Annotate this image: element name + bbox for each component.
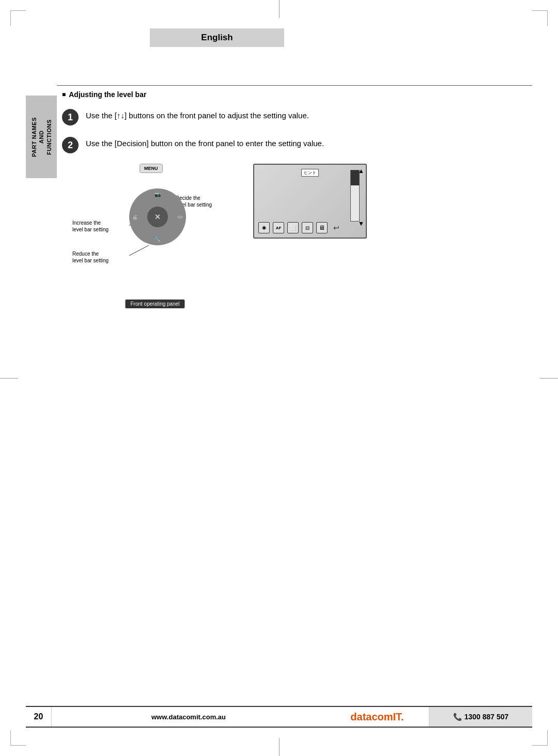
footer-website: www.datacomit.com.au	[52, 713, 326, 721]
svg-line-2	[129, 245, 149, 256]
reduce-label: Reduce the level bar setting	[72, 250, 109, 264]
footer-logo-main: datacom	[350, 711, 393, 722]
front-panel-label: Front operating panel	[125, 300, 184, 308]
level-arrow-down-icon: ▼	[358, 220, 364, 227]
sidebar-tab: PART NAMES AND FUNCTIONS	[26, 96, 57, 178]
diagram-area: MENU Increase the level bar setting Deci…	[72, 164, 527, 308]
dpad-bottom-icon: 🔧	[154, 237, 161, 242]
phone-icon: 📞	[453, 713, 462, 721]
display-icon-square1: ⬜	[287, 222, 299, 233]
display-icon-rotate: ↩	[331, 222, 342, 233]
increase-label-line1: Increase the	[72, 220, 101, 226]
step-2-circle: 2	[62, 137, 79, 153]
footer-logo-accent: IT.	[393, 711, 404, 722]
level-bar-container	[350, 170, 360, 222]
increase-label-line2: level bar setting	[72, 227, 109, 232]
dpad-center: ✕	[147, 207, 168, 227]
footer-logo-text: datacomIT.	[350, 711, 404, 723]
sidebar-label-part-names: PART NAMES	[31, 117, 37, 157]
section-heading-text: Adjusting the level bar	[69, 90, 146, 99]
step-1-circle: 1	[62, 109, 79, 125]
main-divider	[57, 85, 532, 86]
reduce-label-line2: level bar setting	[72, 258, 109, 263]
display-icon-square2: ⊟	[302, 222, 313, 233]
increase-label: Increase the level bar setting	[72, 219, 109, 233]
footer-phone: 📞 1300 887 507	[429, 707, 532, 727]
dpad-right-icon: SD	[177, 215, 183, 219]
dpad: 📷 🖨 SD 🔧 ✕	[129, 188, 186, 245]
corner-mark-br	[532, 730, 548, 746]
level-arrow-up-icon: ▲	[358, 167, 364, 175]
dpad-left-icon: 🖨	[132, 214, 137, 220]
dpad-center-symbol: ✕	[154, 213, 161, 221]
main-content-area: Adjusting the level bar 1 Use the [↑↓] b…	[62, 90, 527, 308]
dpad-outer: 📷 🖨 SD 🔧 ✕	[129, 188, 186, 245]
step-1: 1 Use the [↑↓] buttons on the front pane…	[62, 108, 527, 125]
center-mark-top	[279, 0, 280, 18]
sidebar-label-and: AND	[38, 130, 44, 143]
menu-label: MENU	[144, 166, 158, 171]
reduce-label-line1: Reduce the	[72, 251, 99, 257]
footer-phone-number: 1300 887 507	[464, 713, 509, 721]
display-icons-row: ✱ AF ⬜ ⊟ 🖥 ↩	[258, 222, 348, 233]
step-1-text: Use the [↑↓] buttons on the front panel …	[86, 108, 309, 122]
corner-mark-bl	[10, 730, 26, 746]
corner-mark-tr	[532, 10, 548, 26]
corner-mark-tl	[10, 10, 26, 26]
center-mark-left	[0, 378, 18, 379]
center-mark-right	[540, 378, 558, 379]
header-bar: English	[150, 28, 284, 47]
display-panel-inner: ヒント ▲ ▼ ✱ AF ⬜ ⊟ 🖥 ↩	[254, 165, 366, 238]
footer-logo: datacomIT.	[326, 711, 429, 723]
footer: 20 www.datacomit.com.au datacomIT. 📞 130…	[26, 706, 532, 728]
display-icon-asterisk: ✱	[258, 222, 270, 233]
header-title: English	[201, 33, 233, 42]
display-panel: ヒント ▲ ▼ ✱ AF ⬜ ⊟ 🖥 ↩	[253, 164, 367, 239]
step-2: 2 Use the [Decision] button on the front…	[62, 136, 527, 153]
hint-label: ヒント	[301, 169, 319, 177]
sidebar-tab-text: PART NAMES AND FUNCTIONS	[30, 117, 53, 157]
display-icon-af: AF	[273, 222, 284, 233]
footer-page-number: 20	[26, 707, 52, 727]
section-heading: Adjusting the level bar	[62, 90, 527, 99]
center-mark-bottom	[279, 738, 280, 756]
display-icon-monitor: 🖥	[316, 222, 328, 233]
menu-button: MENU	[140, 164, 163, 173]
sidebar-label-functions: FUNCTIONS	[45, 119, 52, 155]
front-panel-diagram: MENU Increase the level bar setting Deci…	[72, 164, 238, 308]
step-2-text: Use the [Decision] button on the front p…	[86, 136, 324, 150]
dpad-top-icon: 📷	[154, 192, 161, 197]
